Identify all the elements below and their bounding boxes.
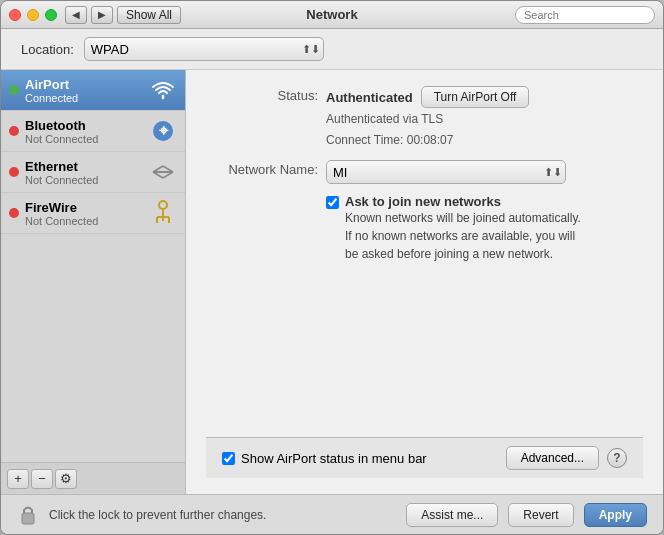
status-sub2: Connect Time: 00:08:07 [326, 131, 643, 150]
apply-button[interactable]: Apply [584, 503, 647, 527]
ask-join-desc1: Known networks will be joined automatica… [345, 209, 581, 227]
network-name-row: Network Name: MI ⬆⬇ [206, 160, 643, 184]
detail-bottom-bar: Show AirPort status in menu bar Advanced… [206, 437, 643, 478]
advanced-button[interactable]: Advanced... [506, 446, 599, 470]
ask-join-desc3: be asked before joining a new network. [345, 245, 581, 263]
assist-me-button[interactable]: Assist me... [406, 503, 498, 527]
settings-interface-button[interactable]: ⚙ [55, 469, 77, 489]
show-airport-status-checkbox[interactable] [222, 452, 235, 465]
ask-join-checkbox-row: Ask to join new networks Known networks … [326, 194, 643, 263]
footer: Click the lock to prevent further change… [1, 494, 663, 534]
ethernet-icon [149, 158, 177, 186]
status-label: Status: [206, 88, 326, 103]
status-dot-airport [9, 85, 19, 95]
remove-interface-button[interactable]: − [31, 469, 53, 489]
location-select-wrapper: WPAD ⬆⬇ [84, 37, 324, 61]
detail-pane: Status: Authenticated Turn AirPort Off A… [186, 70, 663, 494]
toolbar: Location: WPAD ⬆⬇ [1, 29, 663, 70]
maximize-button[interactable] [45, 9, 57, 21]
sidebar-footer: + − ⚙ [1, 462, 185, 494]
sidebar-item-status-bluetooth: Not Connected [25, 133, 149, 145]
sidebar: AirPort Connected [1, 70, 186, 494]
ask-join-desc2: If no known networks are available, you … [345, 227, 581, 245]
sidebar-item-airport[interactable]: AirPort Connected [1, 70, 185, 111]
network-name-value-area: MI ⬆⬇ [326, 160, 643, 184]
network-name-label: Network Name: [206, 162, 326, 177]
footer-lock-text: Click the lock to prevent further change… [49, 508, 396, 522]
help-button[interactable]: ? [607, 448, 627, 468]
search-input[interactable] [515, 6, 655, 24]
show-all-button[interactable]: Show All [117, 6, 181, 24]
status-sub1: Authenticated via TLS [326, 110, 643, 129]
svg-rect-12 [22, 513, 34, 524]
sidebar-item-status-ethernet: Not Connected [25, 174, 149, 186]
add-interface-button[interactable]: + [7, 469, 29, 489]
titlebar: ◀ ▶ Show All Network [1, 1, 663, 29]
network-name-select[interactable]: MI [326, 160, 566, 184]
show-status-row: Show AirPort status in menu bar [222, 451, 427, 466]
minimize-button[interactable] [27, 9, 39, 21]
content-area: AirPort Connected [1, 70, 663, 494]
sidebar-item-ethernet[interactable]: Ethernet Not Connected [1, 152, 185, 193]
sidebar-list: AirPort Connected [1, 70, 185, 462]
ask-join-checkbox[interactable] [326, 196, 339, 209]
forward-button[interactable]: ▶ [91, 6, 113, 24]
status-dot-firewire [9, 208, 19, 218]
window-title: Network [306, 7, 357, 22]
sidebar-item-firewire[interactable]: FireWire Not Connected [1, 193, 185, 234]
turn-airport-off-button[interactable]: Turn AirPort Off [421, 86, 530, 108]
location-select[interactable]: WPAD [84, 37, 324, 61]
wifi-icon [149, 76, 177, 104]
status-dot-ethernet [9, 167, 19, 177]
ask-join-row: Ask to join new networks Known networks … [206, 194, 643, 263]
close-button[interactable] [9, 9, 21, 21]
back-button[interactable]: ◀ [65, 6, 87, 24]
revert-button[interactable]: Revert [508, 503, 573, 527]
status-row: Status: Authenticated Turn AirPort Off A… [206, 86, 643, 150]
sidebar-item-name-airport: AirPort [25, 77, 149, 92]
svg-point-7 [159, 201, 167, 209]
status-dot-bluetooth [9, 126, 19, 136]
status-line: Authenticated Turn AirPort Off [326, 86, 643, 108]
sidebar-item-status-airport: Connected [25, 92, 149, 104]
sidebar-item-name-ethernet: Ethernet [25, 159, 149, 174]
window: ◀ ▶ Show All Network Location: WPAD ⬆⬇ A… [0, 0, 664, 535]
ask-join-label: Ask to join new networks [345, 194, 581, 209]
show-airport-status-label: Show AirPort status in menu bar [241, 451, 427, 466]
sidebar-item-status-firewire: Not Connected [25, 215, 149, 227]
location-label: Location: [21, 42, 74, 57]
traffic-lights [9, 9, 57, 21]
bluetooth-icon: ⌖ [149, 117, 177, 145]
sidebar-item-name-firewire: FireWire [25, 200, 149, 215]
lock-icon[interactable] [17, 503, 39, 527]
status-value-area: Authenticated Turn AirPort Off Authentic… [326, 86, 643, 150]
sidebar-item-bluetooth[interactable]: Bluetooth Not Connected ⌖ [1, 111, 185, 152]
firewire-icon [149, 199, 177, 227]
nav-controls: ◀ ▶ Show All [65, 6, 181, 24]
status-text: Authenticated [326, 90, 413, 105]
sidebar-item-name-bluetooth: Bluetooth [25, 118, 149, 133]
svg-text:⌖: ⌖ [159, 122, 169, 139]
